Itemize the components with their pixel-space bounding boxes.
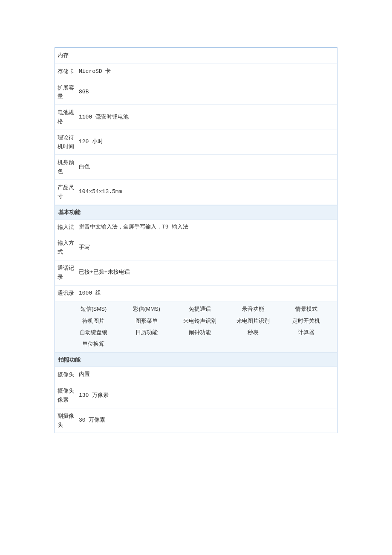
spec-label: 通讯录 [58, 289, 75, 298]
feature-grid: 短信(SMS) 彩信(MMS) 免提通话 录音功能 情景模式 待机图片 图形菜单… [55, 301, 337, 353]
spec-label: 产品尺寸 [58, 183, 75, 201]
spec-value: 1000 组 [75, 289, 333, 298]
spec-label: 输入方式 [58, 239, 75, 257]
feature-item: 秒表 [226, 327, 280, 338]
spec-label: 扩展容量 [58, 84, 75, 101]
spec-label: 副摄像头 [58, 412, 75, 430]
spec-row: 扩展容量 8GB [55, 80, 337, 105]
spec-row: 输入方式 手写 [55, 235, 337, 260]
spec-row: 理论待机时间 120 小时 [55, 130, 337, 155]
spec-row: 副摄像头 30 万像素 [55, 408, 337, 433]
spec-label: 存储卡 [58, 67, 75, 76]
page: 内存 存储卡 MicroSD 卡 扩展容量 8GB 电池规格 1100 毫安时锂… [0, 0, 392, 555]
spec-label: 通话记录 [58, 264, 75, 282]
spec-value: 1100 毫安时锂电池 [75, 113, 333, 122]
spec-label: 输入法 [58, 223, 75, 232]
spec-value: MicroSD 卡 [75, 67, 333, 76]
spec-row: 摄像头像素 130 万像素 [55, 383, 337, 408]
spec-table: 内存 存储卡 MicroSD 卡 扩展容量 8GB 电池规格 1100 毫安时锂… [55, 47, 337, 433]
spec-label: 摄像头 [58, 370, 75, 379]
feature-item: 待机图片 [67, 316, 120, 327]
spec-value: 拼音中文输入法，全屏手写输入，T9 输入法 [75, 223, 333, 232]
feature-item: 闹钟功能 [173, 327, 227, 338]
spec-row: 电池规格 1100 毫安时锂电池 [55, 105, 337, 130]
feature-item: 图形菜单 [120, 316, 173, 327]
spec-label: 摄像头像素 [58, 387, 75, 405]
feature-item: 录音功能 [226, 304, 280, 315]
spec-label: 机身颜色 [58, 158, 75, 176]
feature-item: 免提通话 [173, 304, 227, 315]
spec-label: 内存 [58, 51, 75, 60]
feature-item: 日历功能 [120, 327, 173, 338]
section-header-camera: 拍照功能 [55, 353, 337, 367]
spec-row: 存储卡 MicroSD 卡 [55, 64, 337, 80]
spec-value: 130 万像素 [75, 391, 333, 400]
spec-value: 120 小时 [75, 138, 333, 147]
spec-label: 电池规格 [58, 108, 75, 126]
feature-item: 定时开关机 [280, 316, 333, 327]
section-header-basic: 基本功能 [55, 205, 337, 220]
spec-row: 产品尺寸 104×54×13.5mm [55, 180, 337, 205]
spec-label: 理论待机时间 [58, 133, 75, 151]
spec-row: 输入法 拼音中文输入法，全屏手写输入，T9 输入法 [55, 220, 337, 236]
feature-item: 来电铃声识别 [173, 316, 227, 327]
spec-value: 8GB [75, 88, 333, 97]
spec-value: 手写 [75, 243, 333, 252]
spec-value: 30 万像素 [75, 416, 333, 425]
feature-item: 彩信(MMS) [120, 304, 173, 315]
spec-value: 已接+已拨+未接电话 [75, 268, 333, 277]
feature-item: 计算器 [280, 327, 333, 338]
feature-item: 自动键盘锁 [67, 327, 120, 338]
feature-item: 短信(SMS) [67, 304, 120, 315]
spec-value: 白色 [75, 163, 333, 172]
spec-row: 通话记录 已接+已拨+未接电话 [55, 260, 337, 286]
spec-row: 通讯录 1000 组 [55, 286, 337, 302]
spec-row: 摄像头 内置 [55, 367, 337, 383]
feature-item: 单位换算 [67, 339, 120, 350]
spec-row: 机身颜色 白色 [55, 155, 337, 180]
feature-item: 情景模式 [280, 304, 333, 315]
spec-value: 104×54×13.5mm [75, 188, 333, 197]
spec-value: 内置 [75, 370, 333, 379]
spec-row: 内存 [55, 48, 337, 64]
feature-item: 来电图片识别 [226, 316, 280, 327]
